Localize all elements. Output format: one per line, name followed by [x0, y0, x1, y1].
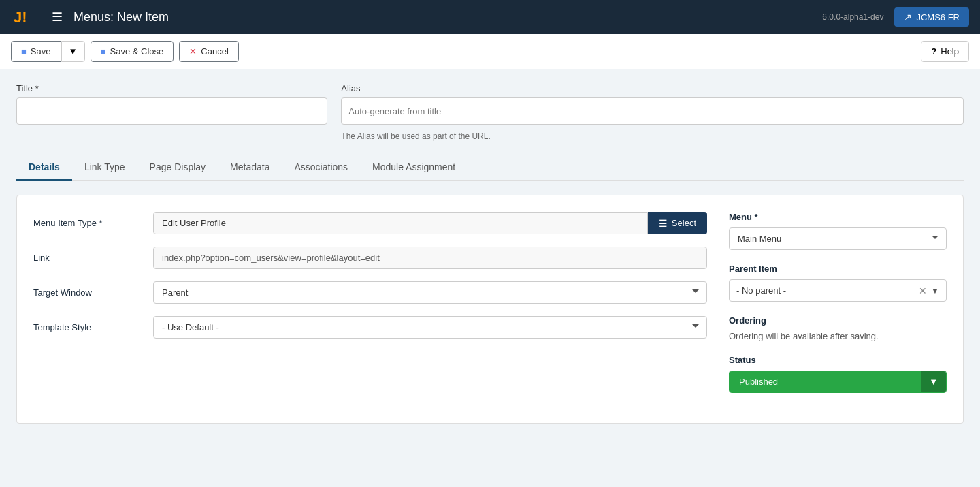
- menu-item-type-value: Edit User Profile: [153, 212, 648, 234]
- save-icon: ■: [21, 46, 27, 57]
- title-label: Title *: [16, 83, 327, 93]
- help-label: Help: [941, 46, 959, 57]
- ordering-label: Ordering: [729, 315, 947, 326]
- user-button[interactable]: ↗ JCMS6 FR: [894, 7, 969, 27]
- template-style-field: - Use Default -: [153, 316, 707, 339]
- target-window-select[interactable]: Parent: [153, 281, 707, 304]
- link-label: Link: [33, 247, 142, 263]
- menu-item-type-label: Menu Item Type *: [33, 212, 142, 228]
- save-dropdown-button[interactable]: ▼: [61, 41, 85, 62]
- panel-left: Menu Item Type * Edit User Profile ☰ Sel…: [33, 212, 707, 407]
- alias-input[interactable]: [341, 97, 964, 125]
- menu-item-type-field: Edit User Profile ☰ Select: [153, 212, 707, 234]
- svg-text:J!: J!: [14, 9, 27, 26]
- parent-clear-button[interactable]: ✕: [919, 285, 927, 296]
- tab-page-display[interactable]: Page Display: [137, 155, 218, 181]
- tab-link-type[interactable]: Link Type: [72, 155, 137, 181]
- save-close-button[interactable]: ■ Save & Close: [91, 41, 174, 62]
- title-alias-row: Title * Alias The Alias will be used as …: [16, 83, 964, 141]
- topbar-title-text: Menus: New Item: [74, 10, 169, 25]
- save-close-label: Save & Close: [110, 46, 164, 57]
- status-section: Status Published ▼: [729, 355, 947, 393]
- hamburger-icon: ☰: [52, 10, 63, 25]
- alias-hint: The Alias will be used as part of the UR…: [341, 131, 964, 141]
- menu-section-label: Menu *: [729, 212, 947, 222]
- ordering-section: Ordering Ordering will be available afte…: [729, 315, 947, 341]
- target-window-label: Target Window: [33, 281, 142, 298]
- save-label: Save: [31, 46, 51, 57]
- status-dropdown-icon: ▼: [929, 377, 938, 387]
- select-list-icon: ☰: [659, 218, 668, 229]
- template-style-select-wrapper: - Use Default -: [153, 316, 707, 339]
- link-input: [153, 247, 707, 269]
- page-title: ☰ Menus: New Item: [52, 10, 822, 25]
- parent-item-section: Parent Item - No parent - ✕ ▼: [729, 264, 947, 302]
- joomla-logo-icon: J!: [11, 5, 35, 29]
- tab-module-assignment[interactable]: Module Assignment: [360, 155, 468, 181]
- status-field: Published ▼: [729, 371, 947, 393]
- status-label: Status: [729, 355, 947, 365]
- topbar: J! ☰ Menus: New Item 6.0.0-alpha1-dev ↗ …: [0, 0, 980, 34]
- cancel-icon: ✕: [189, 46, 197, 57]
- user-icon: ↗: [904, 12, 912, 22]
- menu-select[interactable]: Main Menu: [729, 227, 947, 250]
- toolbar: ■ Save ▼ ■ Save & Close ✕ Cancel ? Help: [0, 34, 980, 69]
- link-row: Link: [33, 247, 707, 269]
- user-button-label: JCMS6 FR: [916, 12, 960, 22]
- title-group: Title *: [16, 83, 327, 141]
- parent-item-field: - No parent - ✕ ▼: [729, 279, 947, 302]
- target-window-row: Target Window Parent: [33, 281, 707, 304]
- menu-item-type-input-group: Edit User Profile ☰ Select: [153, 212, 707, 234]
- menu-section: Menu * Main Menu: [729, 212, 947, 250]
- help-icon: ?: [931, 46, 936, 57]
- tab-metadata[interactable]: Metadata: [218, 155, 282, 181]
- template-style-row: Template Style - Use Default -: [33, 316, 707, 339]
- logo: J!: [11, 5, 35, 29]
- save-button-group: ■ Save ▼: [11, 41, 85, 62]
- help-button[interactable]: ? Help: [921, 41, 969, 62]
- target-window-select-wrapper: Parent: [153, 281, 707, 304]
- content-area: Title * Alias The Alias will be used as …: [0, 69, 980, 437]
- parent-dropdown-icon[interactable]: ▼: [931, 286, 939, 296]
- tab-associations[interactable]: Associations: [282, 155, 360, 181]
- link-field: [153, 247, 707, 269]
- cancel-button[interactable]: ✕ Cancel: [179, 41, 238, 62]
- select-label: Select: [672, 218, 696, 228]
- cancel-label: Cancel: [201, 46, 228, 57]
- alias-group: Alias The Alias will be used as part of …: [341, 83, 964, 141]
- details-panel: Menu Item Type * Edit User Profile ☰ Sel…: [16, 195, 964, 424]
- menu-select-wrapper: Main Menu: [729, 227, 947, 250]
- template-style-label: Template Style: [33, 316, 142, 332]
- parent-item-value: - No parent -: [736, 283, 919, 298]
- panel-right: Menu * Main Menu Parent Item - No parent…: [729, 212, 947, 407]
- status-value: Published: [730, 371, 921, 392]
- ordering-hint: Ordering will be available after saving.: [729, 331, 947, 341]
- status-dropdown-button[interactable]: ▼: [921, 371, 946, 392]
- save-close-icon: ■: [101, 46, 106, 57]
- parent-item-label: Parent Item: [729, 264, 947, 274]
- target-window-field: Parent: [153, 281, 707, 304]
- version-text: 6.0.0-alpha1-dev: [822, 12, 883, 22]
- template-style-select[interactable]: - Use Default -: [153, 316, 707, 339]
- panel-content: Menu Item Type * Edit User Profile ☰ Sel…: [33, 212, 947, 407]
- menu-item-type-row: Menu Item Type * Edit User Profile ☰ Sel…: [33, 212, 707, 234]
- title-input[interactable]: [16, 97, 327, 125]
- alias-label: Alias: [341, 83, 964, 93]
- tab-details[interactable]: Details: [16, 155, 72, 181]
- tab-bar: Details Link Type Page Display Metadata …: [16, 155, 964, 181]
- select-button[interactable]: ☰ Select: [648, 212, 707, 234]
- save-button[interactable]: ■ Save: [11, 41, 61, 62]
- topbar-right: 6.0.0-alpha1-dev ↗ JCMS6 FR: [822, 7, 969, 27]
